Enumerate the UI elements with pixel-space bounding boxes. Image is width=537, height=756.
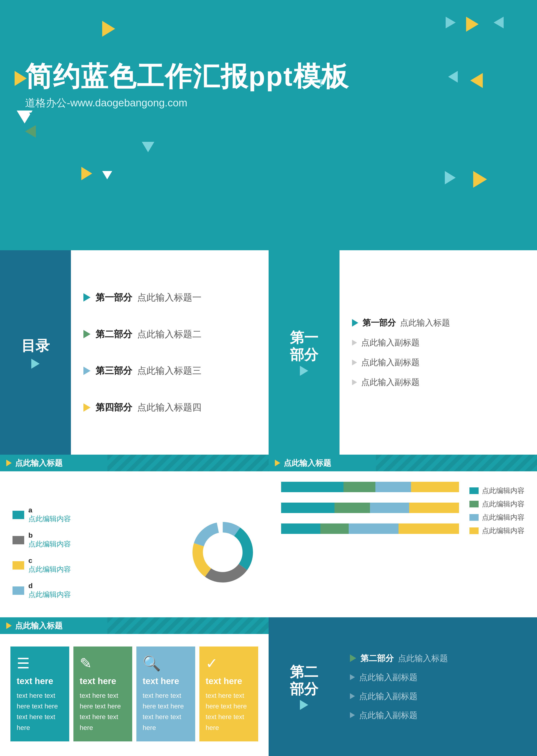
sec2-sub-text-3: 点此输入副标题: [359, 709, 418, 721]
toc-num-3: 第三部分: [96, 364, 132, 377]
hero-subtitle: 道格办公-www.daogebangong.com: [25, 96, 187, 110]
deco-triangle-4: [494, 17, 504, 28]
legend-item-c: c 点此编辑内容: [13, 556, 71, 574]
section2-sub-2: 点此输入副标题: [350, 691, 526, 702]
bar-seg-1c: [375, 482, 411, 492]
icon-box-2-text: text here texthere text heretext here te…: [80, 690, 126, 733]
section1-sub-1: 点此输入副标题: [352, 337, 524, 348]
icon-box-3: 🔍 text here text here texthere text here…: [136, 647, 195, 741]
slide-row-2: 目录 第一部分 点此输入标题一 第二部分 点此输入标题二 第三部分 点此输入标题…: [0, 250, 537, 455]
legend-label-d: d: [28, 582, 71, 590]
bar-legend-text-2: 点此编辑内容: [482, 499, 524, 509]
legend-label-b: b: [28, 531, 71, 539]
toc-label: 目录: [21, 336, 50, 356]
toc-text-1: 点此输入标题一: [137, 291, 201, 304]
bar-track-1: [281, 482, 459, 492]
legend-item-a: a 点此编辑内容: [13, 506, 71, 524]
legend-item-b: b 点此编辑内容: [13, 531, 71, 549]
hero-title: 简约蓝色工作汇报ppt模板: [25, 59, 349, 95]
slide-row-3: 点此输入标题 a 点此编辑内容 b 点此编辑内容: [0, 455, 537, 617]
sec1-sub-arrow-2: [352, 359, 357, 365]
toc-num-1: 第一部分: [96, 291, 132, 304]
bar-row-2: [281, 503, 459, 513]
bar-legend-item-4: 点此编辑内容: [470, 526, 524, 535]
legend-content-d: 点此编辑内容: [28, 590, 71, 599]
header-bar-icon-right: [275, 460, 280, 466]
chart-left-header-bar: 点此输入标题: [0, 455, 268, 471]
bar-legend-box-3: [470, 514, 478, 521]
section2-sub-1: 点此输入副标题: [350, 672, 526, 683]
slide3-header-icon: [6, 622, 12, 629]
icon-boxes-panel: 点此输入标题 ☰ text here text here texthere te…: [0, 617, 268, 756]
toc-item-2: 第二部分 点此输入标题二: [83, 328, 256, 340]
toc-arrow-1: [83, 293, 91, 302]
legend-content-b: 点此编辑内容: [28, 539, 71, 549]
bar-seg-2b: [335, 503, 370, 513]
icon-box-2-title: text here: [80, 676, 126, 686]
bar-seg-3d: [398, 524, 459, 534]
legend-box-b: [13, 536, 24, 544]
icon-box-4-text: text here texthere text heretext here te…: [206, 690, 252, 733]
bar-legend-text-3: 点此编辑内容: [482, 513, 524, 522]
bar-legend-box-1: [470, 487, 478, 494]
sec2-main-arrow: [350, 654, 356, 662]
bar-row-3: [281, 524, 459, 534]
toc-num-4: 第四部分: [96, 401, 132, 414]
bar-legend: 点此编辑内容 点此编辑内容 点此编辑内容 点此编辑内容: [470, 486, 524, 607]
header-bar-icon-left: [6, 460, 12, 466]
sec2-main-text: 点此输入标题: [398, 652, 448, 664]
chart-panel-left: 点此输入标题 a 点此编辑内容 b 点此编辑内容: [0, 455, 268, 617]
deco-triangle-10: [445, 171, 456, 184]
bar-seg-3b: [320, 524, 349, 534]
section2-left: 第二部分: [268, 617, 340, 756]
icon-box-4-title: text here: [206, 676, 252, 686]
sec2-sub-arrow-1: [350, 674, 355, 680]
donut-section: a 点此编辑内容 b 点此编辑内容 c 点此编辑内容: [0, 471, 268, 634]
sec2-sub-text-2: 点此输入副标题: [359, 691, 418, 702]
icon-check-icon: ✓: [206, 655, 252, 672]
legend-list: a 点此编辑内容 b 点此编辑内容 c 点此编辑内容: [13, 506, 71, 599]
bar-seg-1b: [344, 482, 376, 492]
sec2-main-num: 第二部分: [360, 652, 394, 664]
icon-search-icon: 🔍: [143, 655, 189, 672]
legend-box-d: [13, 586, 24, 595]
sec2-sub-text-1: 点此输入副标题: [359, 672, 418, 683]
bar-seg-2c: [370, 503, 409, 513]
legend-box-c: [13, 561, 24, 569]
icon-box-1-text: text here texthere text heretext here te…: [17, 690, 63, 733]
svg-point-4: [206, 535, 239, 569]
donut-svg: [189, 519, 256, 586]
bar-legend-item-1: 点此编辑内容: [470, 486, 524, 495]
sec1-sub-text-1: 点此输入副标题: [361, 337, 420, 348]
sec1-sub-text-2: 点此输入副标题: [361, 357, 420, 368]
sec1-sub-text-3: 点此输入副标题: [361, 376, 420, 388]
section2-sub-3: 点此输入副标题: [350, 709, 526, 721]
icon-box-1-title: text here: [17, 676, 63, 686]
chart-panel-right: 点此输入标题: [268, 455, 537, 617]
toc-arrow-2: [83, 330, 91, 338]
toc-right-panel: 第一部分 点此输入标题一 第二部分 点此输入标题二 第三部分 点此输入标题三 第…: [71, 250, 268, 455]
icon-box-4: ✓ text here text here texthere text here…: [199, 647, 258, 741]
slide-hero: 简约蓝色工作汇报ppt模板 道格办公-www.daogebangong.com: [0, 0, 537, 250]
toc-item-3: 第三部分 点此输入标题三: [83, 364, 256, 377]
section1-right: 第一部分 点此输入标题 点此输入副标题 点此输入副标题 点此输入副标题: [340, 250, 537, 455]
legend-content-a: 点此编辑内容: [28, 514, 71, 524]
deco-triangle-8: [142, 142, 154, 152]
toc-left-panel: 目录: [0, 250, 71, 455]
bar-chart-rows: [281, 482, 459, 607]
bar-section: 点此编辑内容 点此编辑内容 点此编辑内容 点此编辑内容: [268, 471, 537, 617]
icon-box-1: ☰ text here text here texthere text here…: [11, 647, 69, 741]
section1-main-item: 第一部分 点此输入标题: [352, 317, 524, 328]
deco-triangle-1: [102, 21, 115, 37]
bar-seg-1a: [281, 482, 344, 492]
slide3-header-bar: 点此输入标题: [0, 617, 268, 634]
section1-left: 第一部分: [268, 250, 340, 455]
toc-item-4: 第四部分 点此输入标题四: [83, 401, 256, 414]
sec1-sub-arrow-1: [352, 340, 357, 346]
bar-seg-3a: [281, 524, 320, 534]
deco-triangle-2: [446, 17, 456, 28]
sec1-main-arrow: [352, 319, 358, 327]
icon-box-2: ✎ text here text here texthere text here…: [73, 647, 132, 741]
chart-right-header-title: 点此输入标题: [284, 458, 331, 468]
chart-right-header-bar: 点此输入标题: [268, 455, 537, 471]
